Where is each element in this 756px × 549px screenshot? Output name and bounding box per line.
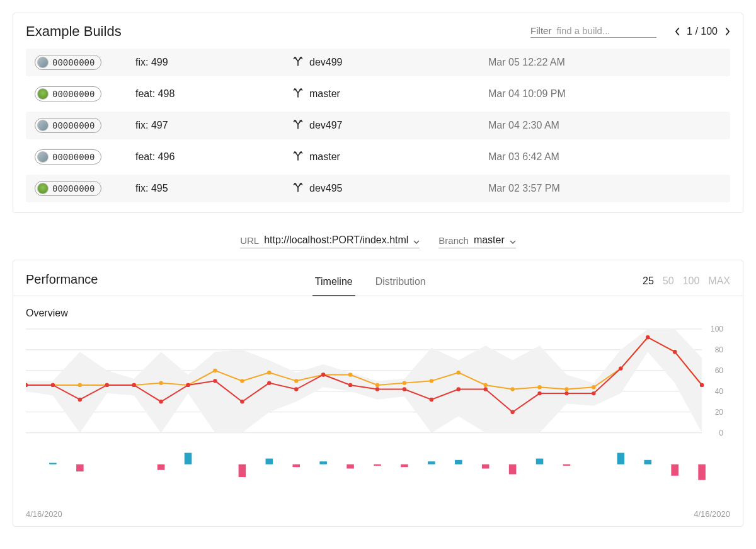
svg-text:60: 60	[715, 366, 724, 375]
build-row[interactable]: 00000000fix: 495dev495Mar 02 3:57 PM	[26, 175, 730, 202]
branch-dropdown[interactable]: Branch master	[438, 234, 515, 248]
svg-point-59	[592, 391, 595, 395]
svg-point-56	[510, 410, 514, 414]
svg-point-60	[619, 366, 622, 370]
build-row[interactable]: 00000000feat: 496masterMar 03 6:42 AM	[26, 143, 730, 171]
svg-rect-78	[509, 465, 517, 475]
build-list: 00000000fix: 499dev499Mar 05 12:22 AM000…	[13, 40, 743, 212]
range-option-50[interactable]: 50	[663, 275, 674, 287]
svg-point-29	[484, 383, 488, 387]
range-option-25[interactable]: 25	[643, 275, 654, 287]
svg-point-40	[78, 398, 82, 402]
branch-icon	[293, 119, 303, 132]
commit-hash: 00000000	[52, 57, 94, 67]
svg-point-47	[267, 381, 271, 384]
commit-cell: 00000000	[35, 181, 135, 196]
filter-input[interactable]	[556, 25, 632, 36]
svg-point-14	[78, 383, 82, 387]
svg-point-43	[159, 400, 163, 403]
svg-point-54	[457, 387, 461, 391]
chart-date-range: 4/16/2020 4/16/2020	[26, 499, 730, 519]
svg-rect-77	[482, 465, 490, 469]
build-time: Mar 03 6:42 AM	[488, 151, 559, 163]
build-row[interactable]: 00000000fix: 497dev497Mar 04 2:30 AM	[26, 112, 730, 139]
branch-icon	[293, 182, 303, 195]
date-start: 4/16/2020	[26, 509, 62, 519]
svg-point-32	[564, 387, 568, 391]
build-row[interactable]: 00000000fix: 499dev499Mar 05 12:22 AM	[26, 49, 730, 76]
builds-title: Example Builds	[26, 23, 122, 40]
avatar	[37, 88, 49, 100]
build-time: Mar 02 3:57 PM	[488, 183, 560, 194]
overview-chart: 020406080100	[26, 323, 730, 499]
svg-point-49	[321, 373, 325, 376]
commit-hash: 00000000	[52, 89, 94, 99]
chevron-left-icon[interactable]	[674, 26, 680, 37]
avatar	[37, 183, 49, 194]
svg-point-45	[213, 379, 217, 383]
svg-point-51	[375, 387, 379, 391]
svg-rect-71	[319, 461, 327, 465]
date-end: 4/16/2020	[694, 509, 730, 519]
commit-chip[interactable]: 00000000	[35, 86, 101, 101]
commit-cell: 00000000	[35, 86, 135, 101]
svg-point-24	[348, 373, 352, 376]
commit-chip[interactable]: 00000000	[35, 149, 101, 165]
svg-rect-66	[158, 465, 165, 470]
commit-hash: 00000000	[52, 152, 94, 162]
tab-timeline[interactable]: Timeline	[312, 270, 355, 296]
branch-cell: dev499	[293, 56, 488, 69]
svg-text:40: 40	[715, 387, 724, 396]
svg-point-21	[267, 371, 271, 374]
svg-point-19	[213, 369, 217, 373]
filter-box[interactable]: Filter	[530, 25, 656, 38]
pager: 1 / 100	[674, 26, 730, 37]
url-dropdown-label: URL	[240, 235, 259, 246]
svg-point-26	[403, 381, 406, 384]
svg-rect-74	[401, 465, 408, 468]
commit-chip[interactable]: 00000000	[35, 181, 101, 196]
commit-chip[interactable]: 00000000	[35, 55, 101, 70]
svg-text:100: 100	[711, 325, 723, 333]
performance-body: Overview 020406080100 4/16/2020 4/16/202…	[13, 296, 743, 526]
build-time: Mar 05 12:22 AM	[488, 57, 565, 68]
svg-text:20: 20	[715, 408, 724, 417]
svg-point-63	[700, 383, 704, 387]
svg-point-30	[510, 387, 514, 391]
svg-point-58	[564, 391, 568, 395]
svg-point-46	[240, 400, 244, 403]
branch-icon	[293, 151, 303, 163]
svg-point-28	[457, 371, 461, 374]
svg-point-22	[294, 379, 298, 383]
commit-cell: 00000000	[35, 149, 135, 165]
chart-title: Overview	[26, 308, 730, 319]
commit-message: fix: 495	[135, 183, 293, 194]
performance-tabs: TimelineDistribution	[312, 269, 428, 296]
commit-chip[interactable]: 00000000	[35, 118, 101, 133]
range-option-100[interactable]: 100	[683, 275, 700, 287]
build-time: Mar 04 10:09 PM	[488, 88, 566, 100]
commit-cell: 00000000	[35, 55, 135, 70]
svg-point-33	[592, 385, 595, 389]
branch-name: master	[309, 151, 340, 163]
branch-name: dev499	[309, 57, 343, 68]
commit-message: feat: 496	[135, 151, 293, 163]
svg-point-52	[403, 387, 406, 391]
svg-rect-65	[76, 465, 84, 471]
build-row[interactable]: 00000000feat: 498masterMar 04 10:09 PM	[26, 80, 730, 108]
tab-distribution[interactable]: Distribution	[373, 270, 428, 296]
avatar	[37, 57, 49, 68]
svg-rect-69	[266, 459, 273, 465]
pager-text: 1 / 100	[687, 26, 718, 37]
svg-rect-72	[346, 465, 354, 469]
performance-title: Performance	[26, 272, 98, 296]
range-option-max[interactable]: MAX	[708, 275, 730, 287]
svg-point-41	[105, 383, 109, 387]
branch-icon	[293, 88, 303, 100]
svg-point-50	[348, 383, 352, 387]
branch-cell: dev495	[293, 182, 488, 195]
chevron-right-icon[interactable]	[724, 26, 730, 37]
svg-point-31	[537, 385, 541, 389]
commit-hash: 00000000	[52, 120, 94, 130]
url-dropdown[interactable]: URL http://localhost:PORT/index.html	[240, 234, 420, 248]
